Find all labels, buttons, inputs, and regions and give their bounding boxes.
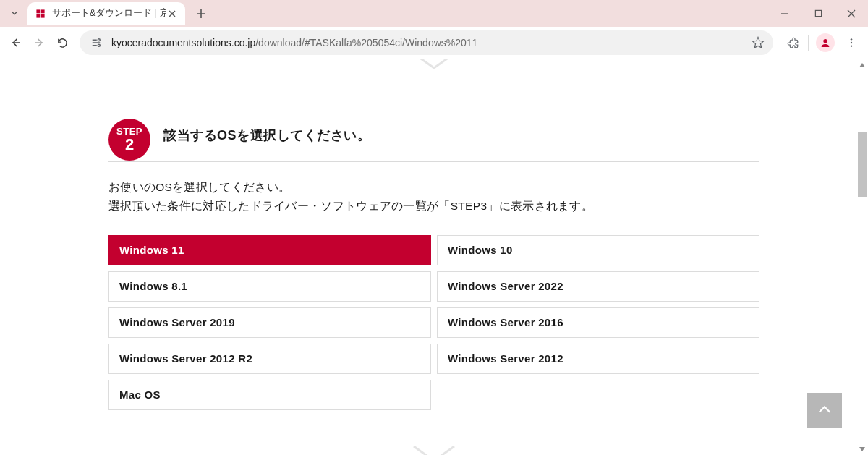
favicon-kyocera-icon <box>35 8 46 20</box>
window-maximize-button[interactable] <box>801 0 835 27</box>
arrow-right-icon <box>33 36 46 49</box>
chevron-down-large-icon <box>412 445 456 455</box>
os-option-button[interactable]: Windows 8.1 <box>109 271 431 302</box>
url-domain: kyoceradocumentsolutions.co.jp <box>111 37 255 48</box>
os-option-button[interactable]: Windows Server 2012 <box>437 344 760 374</box>
arrow-left-icon <box>9 36 22 49</box>
window-close-button[interactable] <box>835 0 868 27</box>
address-bar[interactable]: kyoceradocumentsolutions.co.jp/download/… <box>80 30 773 55</box>
back-button[interactable] <box>4 31 27 54</box>
new-tab-button[interactable] <box>191 4 211 24</box>
browser-tab[interactable]: サポート&ダウンロード | 京セラドキュ <box>27 2 185 25</box>
os-option-button[interactable]: Mac OS <box>109 380 431 410</box>
os-option-button[interactable]: Windows Server 2012 R2 <box>109 344 431 374</box>
person-icon <box>820 37 831 48</box>
os-option-button[interactable]: Windows 11 <box>109 235 431 265</box>
chevron-down-icon <box>9 8 20 18</box>
scroll-up-button[interactable] <box>856 59 868 71</box>
desc-line-2: 選択頂いた条件に対応したドライバー・ソフトウェアの一覧が「STEP3」に表示され… <box>109 197 760 216</box>
svg-point-8 <box>851 38 852 40</box>
url-path: /download/#TASKalfa%205054ci/Windows%201… <box>255 37 477 48</box>
window-minimize-button[interactable] <box>768 0 801 27</box>
step-separator-top <box>0 59 868 72</box>
svg-point-7 <box>823 39 827 43</box>
os-option-button[interactable]: Windows Server 2019 <box>109 307 431 338</box>
star-icon <box>752 36 765 49</box>
svg-point-6 <box>98 44 100 46</box>
search-tabs-button[interactable] <box>1 2 27 24</box>
tab-close-button[interactable] <box>166 8 178 20</box>
avatar <box>816 33 835 52</box>
svg-point-10 <box>851 45 852 46</box>
step-header: STEP 2 該当するOSを選択してください。 <box>109 114 760 162</box>
maximize-icon <box>814 9 822 17</box>
scroll-thumb[interactable] <box>858 132 867 197</box>
triangle-down-icon <box>859 446 866 453</box>
toolbar-divider <box>808 35 809 51</box>
forward-button[interactable] <box>27 31 51 54</box>
profile-button[interactable] <box>813 30 838 55</box>
kebab-icon <box>846 37 857 48</box>
page-content: STEP 2 該当するOSを選択してください。 お使いのOSを選択してください。… <box>0 59 868 455</box>
step-number: 2 <box>125 137 134 153</box>
back-to-top-button[interactable] <box>807 393 842 428</box>
svg-rect-4 <box>815 10 821 16</box>
triangle-up-icon <box>859 61 866 69</box>
chevron-down-large-icon <box>412 59 456 72</box>
chevron-up-icon <box>817 402 833 418</box>
bookmark-button[interactable] <box>752 36 765 49</box>
page-viewport: STEP 2 該当するOSを選択してください。 お使いのOSを選択してください。… <box>0 59 868 455</box>
os-option-button[interactable]: Windows Server 2016 <box>437 307 760 338</box>
tab-title: サポート&ダウンロード | 京セラドキュ <box>52 7 166 20</box>
tabs-area: サポート&ダウンロード | 京セラドキュ <box>0 0 211 27</box>
minimize-icon <box>780 9 789 18</box>
svg-rect-0 <box>36 9 40 13</box>
scrollbar[interactable] <box>856 59 868 455</box>
svg-rect-2 <box>36 14 40 17</box>
desc-line-1: お使いのOSを選択してください。 <box>109 178 760 197</box>
reload-icon <box>56 37 69 49</box>
browser-menu-button[interactable] <box>839 30 864 55</box>
plus-icon <box>196 9 206 19</box>
step-separator-bottom <box>0 445 868 455</box>
os-option-button[interactable]: Windows Server 2022 <box>437 271 760 302</box>
svg-point-9 <box>851 42 852 43</box>
step-description: お使いのOSを選択してください。 選択頂いた条件に対応したドライバー・ソフトウェ… <box>109 178 760 216</box>
browser-toolbar: kyoceradocumentsolutions.co.jp/download/… <box>0 27 868 59</box>
os-option-button[interactable]: Windows 10 <box>437 235 760 265</box>
os-selection-grid: Windows 11Windows 10Windows 8.1Windows S… <box>109 235 760 410</box>
close-icon <box>847 9 856 18</box>
puzzle-icon <box>786 36 799 49</box>
site-settings-icon[interactable] <box>88 35 104 51</box>
scroll-down-button[interactable] <box>856 443 868 455</box>
svg-rect-1 <box>41 9 45 13</box>
step-title: 該当するOSを選択してください。 <box>163 127 370 144</box>
step-badge: STEP 2 <box>109 119 150 161</box>
svg-rect-3 <box>41 14 45 17</box>
reload-button[interactable] <box>51 31 74 54</box>
window-controls <box>768 0 868 27</box>
svg-point-5 <box>98 39 100 41</box>
tab-strip: サポート&ダウンロード | 京セラドキュ <box>0 0 868 27</box>
close-icon <box>169 10 176 17</box>
extensions-button[interactable] <box>780 30 805 55</box>
url-text: kyoceradocumentsolutions.co.jp/download/… <box>111 37 746 48</box>
